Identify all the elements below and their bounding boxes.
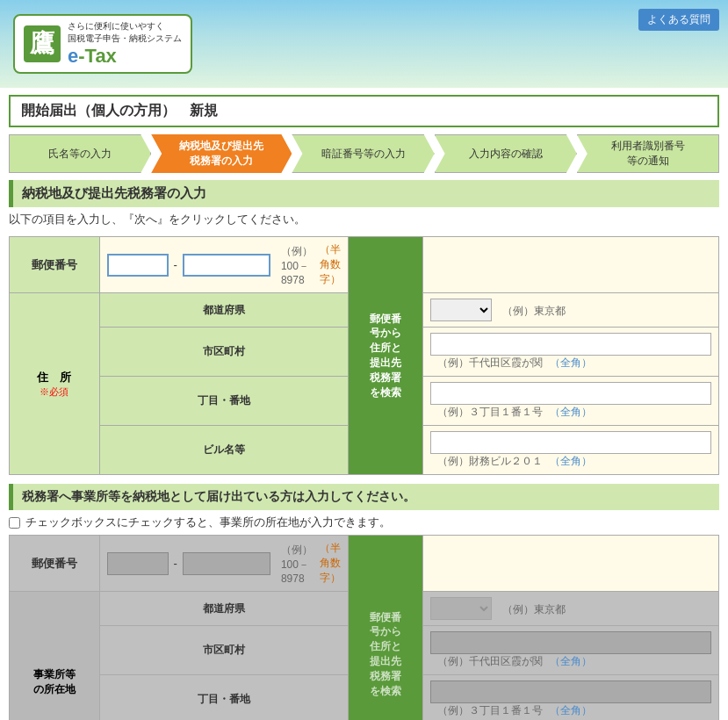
postal-hint: （例）100－8978 bbox=[281, 244, 313, 286]
business-street-label: 丁目・番地 bbox=[99, 675, 348, 721]
address-main-label: 住 所 bbox=[17, 370, 92, 385]
business-postal-row: 郵便番号 - （例）100－8978 （半角数字） 郵便番号から住所と提出先税務… bbox=[10, 536, 719, 592]
business-postal-code-2 bbox=[183, 552, 270, 575]
business-postal-input-cell: - （例）100－8978 （半角数字） bbox=[99, 536, 348, 592]
street-input-cell: （例）３丁目１番１号 （全角） bbox=[423, 377, 719, 426]
building-hint-label: （全角） bbox=[550, 455, 592, 467]
logo-box: 鷹 さらに便利に使いやすく 国税電子申告・納税システム e-Tax bbox=[13, 14, 192, 74]
postal-search-button[interactable]: 郵便番号から住所と提出先税務署を検索 bbox=[356, 306, 415, 406]
business-city-label: 市区町村 bbox=[99, 626, 348, 675]
street-label: 丁目・番地 bbox=[99, 377, 348, 426]
address-group-label: 住 所 ※必須 bbox=[10, 293, 100, 475]
faq-button[interactable]: よくある質問 bbox=[638, 9, 719, 31]
business-prefecture-hint: （例）東京都 bbox=[502, 603, 566, 616]
postal-row: 郵便番号 - （例）100－8978 （半角数字） 郵便番号から住所と提出先税務… bbox=[10, 237, 719, 293]
postal-code-1[interactable] bbox=[107, 254, 169, 277]
postal-hint-label: （半角数字） bbox=[320, 242, 341, 287]
business-street-hint-label: （全角） bbox=[550, 704, 592, 716]
required-label: ※必須 bbox=[17, 385, 92, 399]
business-city-hint: （例）千代田区霞が関 bbox=[437, 655, 543, 667]
city-label: 市区町村 bbox=[99, 328, 348, 377]
step-2: 納税地及び提出先税務署の入力 bbox=[151, 134, 292, 173]
business-city-input-cell: （例）千代田区霞が関 （全角） bbox=[423, 626, 719, 675]
street-input[interactable] bbox=[430, 382, 711, 405]
page-title: 開始届出（個人の方用） 新規 bbox=[9, 95, 719, 127]
postal-dash: - bbox=[174, 258, 177, 271]
business-prefecture-input-cell: （例）東京都 bbox=[423, 592, 719, 626]
prefecture-hint: （例）東京都 bbox=[502, 305, 566, 317]
wizard-steps: 氏名等の入力 納税地及び提出先税務署の入力 暗証番号等の入力 入力内容の確認 利… bbox=[9, 134, 719, 173]
checkbox-label: チェックボックスにチェックすると、事業所の所在地が入力できます。 bbox=[25, 515, 391, 530]
street-hint-label: （全角） bbox=[550, 406, 592, 418]
postal-code-2[interactable] bbox=[183, 254, 270, 277]
business-postal-hint: （例）100－8978 bbox=[281, 543, 313, 585]
city-input[interactable] bbox=[430, 333, 711, 356]
prefecture-select[interactable] bbox=[430, 299, 492, 321]
business-postal-search-button[interactable]: 郵便番号から住所と提出先税務署を検索 bbox=[356, 605, 415, 704]
business-postal-hint-label: （半角数字） bbox=[320, 541, 341, 586]
city-hint-label: （全角） bbox=[550, 356, 592, 369]
building-input-cell: （例）財務ビル２０１ （全角） bbox=[423, 426, 719, 475]
header: 鷹 さらに便利に使いやすく 国税電子申告・納税システム e-Tax よくある質問 bbox=[0, 0, 728, 88]
business-postal-dash: - bbox=[174, 557, 177, 570]
business-checkbox[interactable] bbox=[9, 517, 20, 529]
section-header: 納税地及び提出先税務署の入力 bbox=[9, 180, 719, 207]
section-desc: 以下の項目を入力し、『次へ』をクリックしてください。 bbox=[9, 212, 719, 227]
business-search-btn-cell: 郵便番号から住所と提出先税務署を検索 bbox=[348, 536, 422, 721]
prefecture-label: 都道府県 bbox=[99, 293, 348, 328]
city-hint: （例）千代田区霞が関 bbox=[437, 356, 543, 369]
business-postal-label: 郵便番号 bbox=[10, 536, 100, 592]
etax-icon: 鷹 bbox=[24, 25, 61, 62]
business-prefecture-label: 都道府県 bbox=[99, 592, 348, 626]
business-city-input bbox=[430, 631, 711, 654]
postal-label: 郵便番号 bbox=[10, 237, 100, 293]
business-postal-code-1 bbox=[107, 552, 169, 575]
business-section-header: 税務署へ事業所等を納税地として届け出ている方は入力してください。 bbox=[9, 484, 719, 510]
postal-input-cell: - （例）100－8978 （半角数字） bbox=[99, 237, 348, 293]
building-hint: （例）財務ビル２０１ bbox=[437, 455, 543, 467]
city-input-cell: （例）千代田区霞が関 （全角） bbox=[423, 328, 719, 377]
building-label: ビル名等 bbox=[99, 426, 348, 475]
business-address-group-label: 事業所等の所在地 bbox=[10, 592, 100, 721]
checkbox-row: チェックボックスにチェックすると、事業所の所在地が入力できます。 bbox=[9, 515, 719, 530]
main-address-table: 郵便番号 - （例）100－8978 （半角数字） 郵便番号から住所と提出先税務… bbox=[9, 236, 719, 475]
building-input[interactable] bbox=[430, 431, 711, 454]
business-address-table: 郵便番号 - （例）100－8978 （半角数字） 郵便番号から住所と提出先税務… bbox=[9, 535, 719, 720]
business-prefecture-select bbox=[430, 597, 492, 620]
prefecture-input-cell: （例）東京都 bbox=[423, 293, 719, 328]
business-city-hint-label: （全角） bbox=[550, 655, 592, 667]
business-street-input-cell: （例）３丁目１番１号 （全角） bbox=[423, 675, 719, 721]
business-street-input bbox=[430, 680, 711, 703]
step-1: 氏名等の入力 bbox=[9, 134, 151, 173]
logo-main: e-Tax bbox=[68, 45, 182, 68]
logo-text-area: さらに便利に使いやすく 国税電子申告・納税システム e-Tax bbox=[68, 20, 182, 68]
business-address-main-label: 事業所等の所在地 bbox=[17, 667, 92, 697]
step-4: 入力内容の確認 bbox=[435, 134, 577, 173]
step-3: 暗証番号等の入力 bbox=[292, 134, 434, 173]
step-5: 利用者識別番号等の通知 bbox=[577, 134, 719, 173]
business-street-hint: （例）３丁目１番１号 bbox=[437, 704, 543, 716]
search-btn-cell: 郵便番号から住所と提出先税務署を検索 bbox=[348, 237, 422, 475]
street-hint: （例）３丁目１番１号 bbox=[437, 406, 543, 418]
logo-subtitle: さらに便利に使いやすく 国税電子申告・納税システム bbox=[68, 20, 182, 45]
